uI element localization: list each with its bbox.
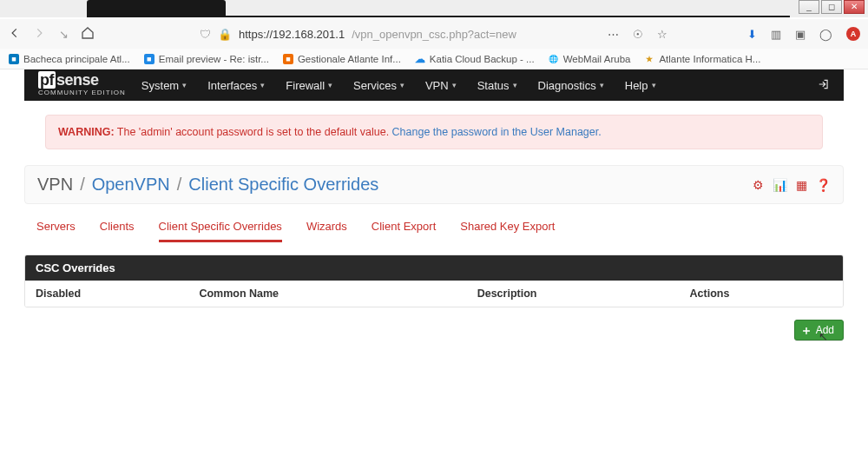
window-maximize-button[interactable]: ◻ bbox=[821, 0, 842, 14]
home-button[interactable] bbox=[80, 26, 95, 43]
settings-icon[interactable]: ⚙ bbox=[753, 178, 764, 192]
pfsense-top-nav: pfsense COMMUNITY EDITION System▾Interfa… bbox=[24, 69, 844, 101]
screenshot-icon[interactable]: ▣ bbox=[795, 28, 806, 41]
reload-button[interactable]: ↘ bbox=[56, 28, 71, 41]
bookmark-item[interactable]: ■Email preview - Re: istr... bbox=[144, 54, 269, 64]
account-icon[interactable]: ◯ bbox=[819, 28, 832, 41]
downloads-icon[interactable]: ⬇ bbox=[747, 28, 757, 41]
window-controls: _ ◻ ✕ bbox=[799, 0, 865, 14]
menu-firewall[interactable]: Firewall▾ bbox=[286, 79, 332, 92]
tab-shared-key-export[interactable]: Shared Key Export bbox=[460, 220, 555, 242]
address-bar[interactable]: 🛡 🔒 https://192.168.201.1/vpn_openvpn_cs… bbox=[200, 28, 599, 41]
reader-icon[interactable]: ☉ bbox=[633, 28, 643, 41]
col-actions: Actions bbox=[680, 281, 843, 307]
add-row: ＋ Add ↖ bbox=[24, 320, 844, 340]
url-host: https://192.168.201.1 bbox=[239, 28, 345, 41]
tab-clients[interactable]: Clients bbox=[100, 220, 135, 242]
favicon-blue-icon: ■ bbox=[144, 54, 155, 64]
tab-nav: ServersClientsClient Specific OverridesW… bbox=[24, 204, 844, 242]
menu-label: Services bbox=[353, 79, 397, 92]
window-close-button[interactable]: ✕ bbox=[844, 0, 865, 14]
top-menus: System▾Interfaces▾Firewall▾Services▾VPN▾… bbox=[141, 79, 656, 92]
logout-icon[interactable] bbox=[818, 78, 830, 93]
caret-down-icon: ▾ bbox=[513, 81, 517, 89]
favicon-globe-icon: 🌐 bbox=[549, 54, 559, 64]
menu-label: Diagnostics bbox=[538, 79, 596, 92]
menu-label: Status bbox=[477, 79, 510, 92]
breadcrumb-root[interactable]: VPN bbox=[37, 175, 73, 195]
breadcrumb-bar: VPN / OpenVPN / Client Specific Override… bbox=[24, 165, 844, 204]
panel-title: CSC Overrides bbox=[25, 255, 843, 281]
breadcrumb-sep: / bbox=[80, 175, 85, 195]
lock-icon: 🔒 bbox=[218, 28, 232, 41]
logo-sense: sense bbox=[56, 71, 99, 89]
url-path: /vpn_openvpn_csc.php?act=new bbox=[352, 28, 516, 41]
active-browser-tab[interactable] bbox=[87, 0, 226, 17]
pfsense-logo[interactable]: pfsense COMMUNITY EDITION bbox=[38, 74, 126, 96]
more-icon[interactable]: ⋯ bbox=[608, 28, 619, 41]
warning-banner: WARNING: The 'admin' account password is… bbox=[45, 115, 823, 149]
page-content: WARNING: The 'admin' account password is… bbox=[24, 101, 844, 340]
bookmark-item[interactable]: ■Bacheca principale Atl... bbox=[9, 54, 130, 64]
menu-interfaces[interactable]: Interfaces▾ bbox=[207, 79, 265, 92]
bookmark-label: WebMail Aruba bbox=[563, 54, 631, 64]
bookmark-label: Gestionale Atlante Inf... bbox=[298, 54, 401, 64]
menu-label: Interfaces bbox=[207, 79, 257, 92]
bookmark-star-icon[interactable]: ☆ bbox=[657, 28, 667, 41]
browser-toolbar: ↘ 🛡 🔒 https://192.168.201.1/vpn_openvpn_… bbox=[0, 19, 868, 49]
menu-vpn[interactable]: VPN▾ bbox=[425, 79, 457, 92]
plus-icon: ＋ bbox=[800, 325, 812, 335]
breadcrumb-actions: ⚙ 📊 ▦ ❓ bbox=[753, 178, 831, 192]
warning-link[interactable]: Change the password in the User Manager. bbox=[392, 126, 602, 138]
breadcrumb-section[interactable]: OpenVPN bbox=[92, 175, 170, 195]
window-minimize-button[interactable]: _ bbox=[799, 0, 819, 14]
shield-icon: 🛡 bbox=[200, 28, 211, 41]
breadcrumb-sep: / bbox=[177, 175, 182, 195]
menu-help[interactable]: Help▾ bbox=[625, 79, 656, 92]
logo-pf: pf bbox=[38, 71, 56, 89]
forward-button[interactable] bbox=[31, 27, 47, 42]
warning-text: The 'admin' account password is set to t… bbox=[117, 126, 389, 138]
bookmark-item[interactable]: ★Atlante Informatica H... bbox=[644, 54, 760, 64]
bookmark-label: Atlante Informatica H... bbox=[659, 54, 760, 64]
browser-nav-buttons: ↘ bbox=[7, 26, 95, 43]
caret-down-icon: ▾ bbox=[182, 81, 187, 89]
caret-down-icon: ▾ bbox=[260, 81, 265, 89]
bookmark-item[interactable]: 🌐WebMail Aruba bbox=[549, 54, 631, 64]
bookmark-label: Katia Cloud Backup - ... bbox=[430, 54, 535, 64]
menu-system[interactable]: System▾ bbox=[141, 79, 187, 92]
bookmark-item[interactable]: ■Gestionale Atlante Inf... bbox=[283, 54, 401, 64]
bookmark-label: Email preview - Re: istr... bbox=[159, 54, 269, 64]
library-icon[interactable]: ▥ bbox=[771, 28, 781, 41]
warning-label: WARNING: bbox=[58, 126, 115, 138]
add-button[interactable]: ＋ Add bbox=[794, 320, 844, 340]
csc-overrides-panel: CSC Overrides DisabledCommon NameDescrip… bbox=[24, 254, 844, 307]
stats-icon[interactable]: 📊 bbox=[773, 178, 787, 192]
menu-status[interactable]: Status▾ bbox=[477, 79, 517, 92]
back-button[interactable] bbox=[7, 27, 23, 42]
log-icon[interactable]: ▦ bbox=[796, 178, 807, 192]
menu-label: Help bbox=[625, 79, 648, 92]
menu-label: Firewall bbox=[286, 79, 325, 92]
menu-services[interactable]: Services▾ bbox=[353, 79, 404, 92]
bookmark-item[interactable]: ☁Katia Cloud Backup - ... bbox=[415, 54, 535, 64]
favicon-cloud-icon: ☁ bbox=[415, 54, 425, 64]
tab-client-export[interactable]: Client Export bbox=[372, 220, 436, 242]
favicon-star-icon: ★ bbox=[644, 54, 654, 64]
caret-down-icon: ▾ bbox=[652, 81, 656, 89]
tab-servers[interactable]: Servers bbox=[36, 220, 76, 242]
menu-diagnostics[interactable]: Diagnostics▾ bbox=[538, 79, 604, 92]
favicon-orange-icon: ■ bbox=[283, 54, 293, 64]
tab-client-specific-overrides[interactable]: Client Specific Overrides bbox=[159, 220, 282, 242]
breadcrumb-page[interactable]: Client Specific Overrides bbox=[188, 175, 378, 195]
caret-down-icon: ▾ bbox=[400, 81, 404, 89]
tab-wizards[interactable]: Wizards bbox=[306, 220, 347, 242]
menu-label: System bbox=[141, 79, 179, 92]
help-icon[interactable]: ❓ bbox=[816, 178, 831, 192]
browser-right-icons: ⋯ ☉ ☆ ⬇ ▥ ▣ ◯ A ≡ bbox=[608, 27, 868, 41]
caret-down-icon: ▾ bbox=[452, 81, 457, 89]
col-disabled: Disabled bbox=[25, 281, 188, 307]
adblock-icon[interactable]: A bbox=[846, 27, 860, 41]
browser-tab-strip bbox=[0, 0, 868, 17]
add-button-label: Add bbox=[816, 324, 834, 336]
